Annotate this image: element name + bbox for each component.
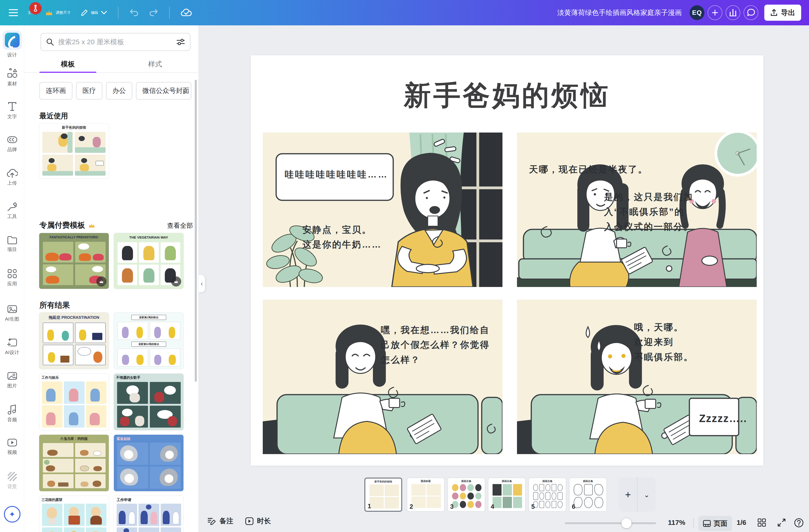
template-card-couple-home[interactable]: 居家第1周的情侣 居家第52周的情侣 [114, 312, 184, 369]
grid-view-icon [757, 518, 766, 527]
left-rail: 设计 素材 文字 品牌 上传 工具 项目 应用 AI生图 AI设计 图片 [0, 25, 24, 532]
template-art: 不情愿的女歌手 [114, 374, 184, 430]
sidebar-item-video[interactable]: 视频 [0, 438, 24, 456]
pages-view-button[interactable]: 页面 [699, 516, 732, 531]
template-card-dogs-home[interactable]: 小鬼当家：狗狗版 [39, 434, 109, 492]
zoom-value[interactable]: 117% [668, 519, 685, 527]
sidebar-item-design[interactable]: 设计 [0, 31, 24, 58]
premium-template-card[interactable]: THE VEGETARIAN WAY [114, 233, 184, 289]
page-menu-button[interactable]: ⌄ [637, 478, 656, 512]
sidebar-item-label: 素材 [7, 81, 17, 87]
zoom-slider[interactable] [565, 522, 656, 524]
edit-menu-button[interactable]: 编辑 [75, 4, 112, 21]
template-card-procrastination[interactable]: 拖延症 PROCRASTINATION [39, 312, 109, 369]
page-thumb-3[interactable]: 插画合集 3 [447, 478, 485, 512]
export-button[interactable]: 导出 [764, 5, 801, 21]
filter-icon[interactable] [176, 38, 185, 46]
page-thumb-number: 2 [410, 503, 413, 510]
see-all-link[interactable]: 查看全部 [167, 221, 193, 230]
page-thumb-5[interactable]: 插画合集 5 [529, 478, 566, 512]
template-card-work-play[interactable]: 工作与娱乐 [39, 373, 109, 430]
page-thumb-title: 插画合集 [529, 479, 566, 483]
fullscreen-button[interactable] [777, 518, 786, 527]
template-title: 三花猫的愿望 [41, 498, 62, 502]
tab-templates[interactable]: 模板 [24, 58, 111, 72]
premium-template-card[interactable]: FANTASTICALLY PREHISTORIC [39, 233, 109, 289]
sidebar-item-projects[interactable]: 项目 [0, 235, 24, 253]
template-card-job-application[interactable]: 工作申请 [114, 496, 184, 532]
template-card-reluctant-singer[interactable]: 不情愿的女歌手 [114, 373, 184, 430]
page-thumb-2[interactable]: 漫画标题 2 [407, 478, 445, 512]
premium-heading-row: 专属付费模板 [39, 220, 95, 230]
cloud-check-icon [181, 8, 192, 17]
sidebar-item-audio[interactable]: 音频 [0, 405, 24, 423]
insights-button[interactable] [726, 5, 740, 20]
chips-scroll-chevron[interactable]: › [183, 87, 186, 96]
comic-panel-2[interactable]: 天哪，现在已经是半夜了。 是的，这只是我们加 入“不眠俱乐部”的 入会仪式的一部… [517, 133, 757, 287]
collapse-chevron-icon: ‹ [201, 280, 203, 288]
recent-template-card[interactable]: 新手爸妈的烦恼 [39, 123, 109, 179]
comic-panel-4[interactable]: 哦，天哪。 欢迎来到 不眠俱乐部。 Zzzzz….. [517, 299, 757, 454]
ai-assistant-button[interactable]: ✦ [0, 506, 24, 522]
page-thumb-title: 插画合集 [569, 479, 606, 483]
panel-art [263, 133, 502, 287]
panel-scrollbar[interactable] [195, 80, 197, 382]
menu-icon[interactable] [9, 9, 18, 16]
sidebar-item-ai-design[interactable]: AI设计 [0, 338, 24, 356]
sidebar-item-ai-image[interactable]: AI生图 [0, 304, 24, 322]
template-title: FANTASTICALLY PREHISTORIC [39, 235, 109, 239]
comic-title[interactable]: 新手爸妈的烦恼 [251, 77, 763, 114]
sidebar-item-apps[interactable]: 应用 [0, 269, 24, 287]
sidebar-item-elements[interactable]: 素材 [0, 68, 24, 87]
template-card-calico-cat[interactable]: 三花猫的愿望 [39, 496, 109, 532]
sidebar-item-brand[interactable]: 品牌 [0, 135, 24, 153]
comments-button[interactable] [743, 5, 758, 20]
redo-button[interactable] [144, 4, 163, 21]
cloud-saved-button[interactable] [176, 4, 197, 21]
page-thumb-1[interactable]: 新手爸妈的烦恼 1 [364, 478, 402, 512]
tools-pen-icon [7, 202, 18, 211]
comic-panel-1[interactable]: 哇哇哇哇哇哇哇哇…… 安静点，宝贝。 这是你的牛奶…… [263, 133, 502, 287]
avatar[interactable]: EQ [690, 5, 704, 20]
add-page-button[interactable]: + [619, 478, 637, 512]
search-input[interactable] [58, 38, 172, 46]
design-page[interactable]: 新手爸妈的烦恼 [251, 55, 763, 466]
page-thumb-4[interactable]: 插画合集 4 [488, 478, 526, 512]
sidebar-item-tools[interactable]: 工具 [0, 202, 24, 220]
chip-wechat-cover[interactable]: 微信公众号封面 [136, 82, 191, 100]
chip-yiliao[interactable]: 医疗 [76, 82, 102, 100]
panel-collapse-button[interactable]: ‹ [199, 275, 205, 292]
add-member-button[interactable] [708, 5, 722, 20]
grid-view-button[interactable] [757, 518, 766, 527]
background-icon [7, 471, 17, 482]
comic-panel-3[interactable]: 嘿，我在想……我们给自 己放个假怎么样？你觉得 怎么样？ [263, 299, 502, 454]
page-thumb-6[interactable]: 插画合集 6 [569, 478, 607, 512]
help-icon [794, 518, 804, 528]
template-art: 拖延症 PROCRASTINATION [39, 312, 109, 369]
elements-icon [7, 68, 18, 79]
avatar-initials: EQ [692, 9, 702, 16]
resize-button[interactable]: 调整尺寸 [40, 4, 75, 21]
sidebar-item-uploads[interactable]: 上传 [0, 168, 24, 186]
template-title: 新手爸妈的烦恼 [39, 125, 109, 130]
fullscreen-icon [777, 518, 786, 527]
document-title[interactable]: 淡黄薄荷绿色手绘插画风格家庭亲子漫画 [557, 8, 682, 18]
help-button[interactable] [794, 518, 804, 528]
chip-bangong[interactable]: 办公 [106, 82, 132, 100]
sleep-bubble-text: Zzzzz….. [699, 410, 747, 427]
undo-button[interactable] [124, 4, 144, 21]
sidebar-item-photos[interactable]: 图片 [0, 371, 24, 389]
speech-bubble-text: 哇哇哇哇哇哇哇哇…… [285, 167, 389, 182]
caption-text: 天哪，现在已经是半夜了。 [529, 162, 648, 177]
ai-image-icon [7, 304, 18, 314]
template-card-shark-sisters[interactable]: 鲨鱼姐妹 [114, 434, 184, 492]
sidebar-item-background[interactable]: 背景 [0, 471, 24, 490]
duration-button[interactable]: 时长 [245, 516, 271, 526]
tab-styles[interactable]: 样式 [111, 58, 199, 72]
notes-button[interactable]: 备注 [207, 516, 233, 526]
chip-lianhuanhua[interactable]: 连环画 [39, 82, 72, 100]
zoom-slider-thumb[interactable] [621, 518, 632, 528]
template-art: 新手爸妈的烦恼 [39, 123, 109, 178]
page-thumb-number: 1 [368, 503, 371, 510]
sidebar-item-text[interactable]: 文字 [0, 101, 24, 120]
